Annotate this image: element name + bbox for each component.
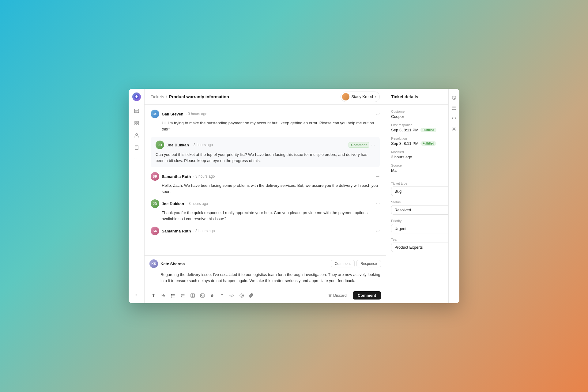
- sender-name-samantha-1: Samantha Ruth: [162, 174, 191, 179]
- ticket-type-dropdown[interactable]: Bug ▾: [391, 187, 454, 196]
- main-window: ··· » Tickets / Product warranty informa…: [129, 89, 459, 303]
- priority-label: Priority: [391, 219, 454, 223]
- message-3-time: · 3 hours ago: [193, 174, 215, 179]
- more-icon-comment-1[interactable]: ···: [371, 142, 375, 147]
- priority-dropdown[interactable]: Urgent ▾: [391, 224, 454, 233]
- sidebar-item-tickets[interactable]: [132, 106, 141, 116]
- message-4-header: JD Joe Dukkan · 3 hours ago ↩: [151, 199, 380, 208]
- modified-section: Modified 3 hours ago: [391, 150, 454, 159]
- toolbar-numbered-list[interactable]: [179, 292, 187, 300]
- resolution-date: Sep 3, 8:11 PM: [391, 141, 419, 146]
- divider-1: [391, 177, 454, 177]
- sidebar-item-book[interactable]: [132, 143, 141, 153]
- resolution-label: Resolution: [391, 137, 454, 140]
- toolbar-table[interactable]: [189, 292, 197, 300]
- ticket-type-label: Ticket type: [391, 182, 454, 185]
- first-response-label: First response: [391, 123, 454, 127]
- user-avatar: [342, 93, 349, 100]
- comment-tag: Comment: [349, 142, 370, 148]
- toolbar-link[interactable]: [208, 292, 216, 300]
- right-icon-history[interactable]: [450, 115, 458, 123]
- source-section: Source Mail: [391, 164, 454, 173]
- right-icon-clock[interactable]: [450, 94, 458, 102]
- toolbar-quote[interactable]: ": [218, 292, 226, 300]
- comment-submit-button[interactable]: Comment: [353, 291, 381, 300]
- toolbar-actions: 🗑 Discard Comment: [324, 291, 381, 300]
- resolution-status: Fulfilled: [420, 141, 436, 146]
- sidebar-more[interactable]: ···: [134, 156, 139, 162]
- avatar-samantha-2: SR: [151, 227, 159, 235]
- team-value: Product Experts: [394, 245, 423, 250]
- sender-name-samantha-2: Samantha Ruth: [162, 229, 191, 233]
- sidebar: ··· »: [129, 89, 145, 303]
- toolbar-mention[interactable]: [238, 292, 246, 300]
- right-icon-card[interactable]: [450, 104, 458, 112]
- toolbar-bold[interactable]: T: [149, 292, 157, 300]
- message-4-time: · 3 hours ago: [187, 202, 208, 206]
- message-3-sender: SR Samantha Ruth · 3 hours ago: [151, 172, 215, 181]
- message-3-header: SR Samantha Ruth · 3 hours ago ↩: [151, 172, 380, 181]
- discard-label: Discard: [333, 293, 347, 298]
- resolution-row: Sep 3, 8:11 PM Fulfilled: [391, 141, 454, 146]
- user-badge[interactable]: Stacy Kreed ▾: [341, 92, 380, 102]
- team-label: Team: [391, 238, 454, 241]
- message-4-actions: ↩: [376, 201, 380, 206]
- svg-point-12: [202, 294, 202, 295]
- svg-rect-11: [201, 294, 204, 297]
- customer-section: Customer Cooper: [391, 110, 454, 119]
- sidebar-expand[interactable]: »: [133, 290, 140, 300]
- sidebar-item-users[interactable]: [132, 130, 141, 140]
- reply-icon-3[interactable]: ↩: [376, 174, 380, 179]
- message-1-sender: GS Gail Steven · 3 hours ago: [151, 110, 207, 118]
- breadcrumb-tickets-link[interactable]: Tickets: [151, 94, 164, 99]
- avatar-samantha-1: SR: [151, 172, 159, 181]
- header-right: Stacy Kreed ▾: [341, 92, 380, 102]
- compose-tabs: Comment Response: [331, 260, 381, 267]
- message-5-time: · 3 hours ago: [193, 229, 215, 233]
- message-1-header: GS Gail Steven · 3 hours ago ↩: [151, 110, 380, 118]
- toolbar-bullets[interactable]: [169, 292, 177, 300]
- svg-rect-14: [452, 107, 456, 110]
- ticket-type-value: Bug: [394, 189, 401, 194]
- toolbar-heading[interactable]: H₂: [159, 292, 167, 300]
- compose-area: KS Kate Sharma Comment Response Regardin…: [145, 255, 386, 303]
- message-1-actions: ↩: [376, 111, 380, 116]
- header: Tickets / Product warranty information S…: [145, 89, 386, 105]
- reply-icon-5[interactable]: ↩: [376, 228, 380, 233]
- sidebar-logo[interactable]: [132, 92, 141, 101]
- right-icon-settings[interactable]: [450, 125, 458, 133]
- message-3: SR Samantha Ruth · 3 hours ago ↩ Hello, …: [151, 172, 380, 194]
- compose-tab-response[interactable]: Response: [356, 260, 381, 267]
- compose-text[interactable]: Regarding the delivery issue, I've escal…: [149, 270, 381, 289]
- team-section: Team Product Experts ▾: [391, 238, 454, 252]
- svg-rect-2: [135, 121, 136, 123]
- right-icon-strip: [448, 89, 459, 303]
- message-5: SR Samantha Ruth · 3 hours ago ↩: [151, 227, 380, 235]
- status-dropdown[interactable]: Resolved ▾: [391, 205, 454, 215]
- compose-tab-comment[interactable]: Comment: [331, 260, 355, 267]
- message-3-actions: ↩: [376, 174, 380, 179]
- team-dropdown[interactable]: Product Experts ▾: [391, 243, 454, 252]
- resolution-section: Resolution Sep 3, 8:11 PM Fulfilled: [391, 137, 454, 146]
- compose-toolbar: T H₂: [149, 291, 381, 300]
- toolbar-attach[interactable]: [247, 292, 255, 300]
- compose-avatar: KS: [149, 259, 158, 268]
- discard-button[interactable]: 🗑 Discard: [324, 291, 350, 300]
- svg-rect-1: [134, 109, 139, 113]
- reply-icon-4[interactable]: ↩: [376, 201, 380, 206]
- status-section: Status Resolved ▾: [391, 200, 454, 215]
- comment-1-time: · 3 hours ago: [191, 143, 213, 147]
- message-1-time: · 3 hours ago: [186, 112, 207, 116]
- comment-1-sender: JD Joe Dukkan · 3 hours ago: [156, 141, 213, 149]
- message-5-header: SR Samantha Ruth · 3 hours ago ↩: [151, 227, 380, 235]
- compose-sender: KS Kate Sharma: [149, 259, 185, 268]
- reply-icon-1[interactable]: ↩: [376, 111, 380, 116]
- svg-point-15: [454, 128, 455, 130]
- toolbar-code[interactable]: </>: [228, 292, 236, 300]
- toolbar-image[interactable]: [198, 292, 206, 300]
- compose-header: KS Kate Sharma Comment Response: [149, 259, 381, 268]
- message-1: GS Gail Steven · 3 hours ago ↩ Hi, I'm t…: [151, 110, 380, 132]
- source-label: Source: [391, 164, 454, 167]
- user-name: Stacy Kreed: [351, 94, 373, 99]
- sidebar-item-grid[interactable]: [132, 118, 141, 128]
